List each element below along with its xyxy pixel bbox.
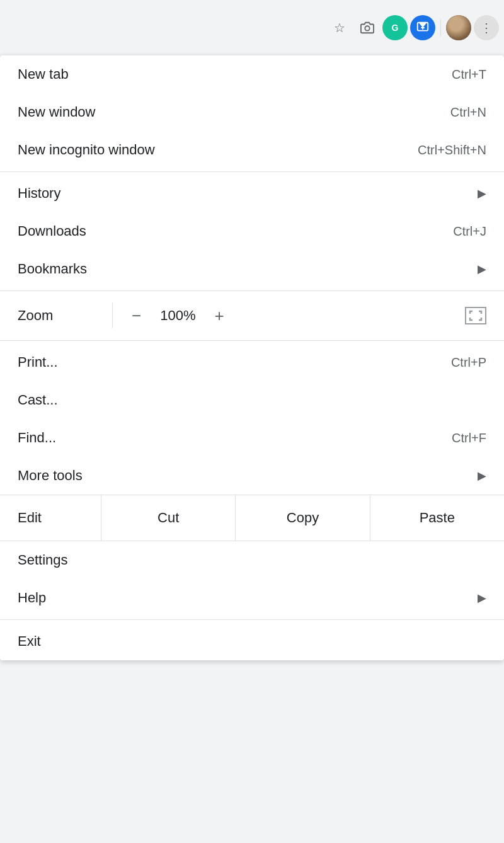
cast-item[interactable]: Cast... [0, 381, 504, 419]
new-tab-item[interactable]: New tab Ctrl+T [0, 55, 504, 93]
copy-button[interactable]: Copy [235, 495, 369, 541]
new-window-item[interactable]: New window Ctrl+N [0, 93, 504, 131]
fullscreen-icon[interactable] [465, 307, 486, 324]
downloads-label: Downloads [18, 223, 86, 239]
avatar[interactable] [446, 15, 471, 40]
browser-toolbar: ☆ G ⋮ [0, 0, 504, 55]
bookmarks-item[interactable]: Bookmarks ▶ [0, 250, 504, 288]
history-item[interactable]: History ▶ [0, 175, 504, 212]
edit-row: Edit Cut Copy Paste [0, 495, 504, 541]
more-tools-item[interactable]: More tools ▶ [0, 457, 504, 495]
exit-item[interactable]: Exit [0, 622, 504, 660]
zoom-increase-button[interactable]: + [208, 304, 230, 328]
bookmark-icon[interactable]: ☆ [327, 15, 352, 40]
new-incognito-shortcut: Ctrl+Shift+N [418, 143, 486, 158]
zoom-controls: − 100% + [125, 304, 465, 328]
history-arrow: ▶ [478, 186, 486, 200]
divider-3 [0, 340, 504, 341]
extension-icon[interactable] [410, 15, 435, 40]
new-incognito-item[interactable]: New incognito window Ctrl+Shift+N [0, 131, 504, 169]
divider-1 [0, 171, 504, 172]
edit-label: Edit [0, 501, 101, 535]
more-tools-arrow: ▶ [478, 469, 486, 483]
more-tools-label: More tools [18, 467, 83, 484]
zoom-value: 100% [160, 307, 195, 324]
cast-label: Cast... [18, 392, 58, 408]
paste-button[interactable]: Paste [370, 495, 504, 541]
exit-label: Exit [18, 633, 41, 650]
new-incognito-label: New incognito window [18, 142, 155, 158]
zoom-row: Zoom − 100% + [0, 294, 504, 338]
new-window-label: New window [18, 104, 96, 120]
new-window-shortcut: Ctrl+N [450, 105, 486, 120]
divider-4 [0, 619, 504, 620]
print-item[interactable]: Print... Ctrl+P [0, 343, 504, 381]
help-label: Help [18, 590, 46, 606]
settings-label: Settings [18, 552, 68, 568]
print-label: Print... [18, 354, 58, 370]
settings-item[interactable]: Settings [0, 541, 504, 579]
toolbar-divider [440, 19, 441, 37]
chrome-menu: New tab Ctrl+T New window Ctrl+N New inc… [0, 55, 504, 660]
svg-point-0 [365, 26, 369, 30]
grammarly-icon[interactable]: G [382, 15, 408, 40]
find-shortcut: Ctrl+F [452, 431, 486, 445]
downloads-item[interactable]: Downloads Ctrl+J [0, 212, 504, 250]
find-label: Find... [18, 430, 56, 446]
bookmarks-label: Bookmarks [18, 261, 87, 277]
camera-icon[interactable] [355, 15, 380, 40]
print-shortcut: Ctrl+P [451, 355, 486, 370]
divider-2 [0, 290, 504, 291]
zoom-decrease-button[interactable]: − [125, 304, 147, 328]
find-item[interactable]: Find... Ctrl+F [0, 419, 504, 457]
bookmarks-arrow: ▶ [478, 262, 486, 276]
history-label: History [18, 185, 60, 202]
more-menu-button[interactable]: ⋮ [474, 15, 499, 40]
new-tab-label: New tab [18, 66, 69, 83]
zoom-label: Zoom [18, 307, 100, 324]
cut-button[interactable]: Cut [101, 495, 235, 541]
help-arrow: ▶ [478, 591, 486, 605]
zoom-divider [112, 303, 113, 328]
help-item[interactable]: Help ▶ [0, 579, 504, 617]
downloads-shortcut: Ctrl+J [453, 224, 486, 239]
new-tab-shortcut: Ctrl+T [452, 67, 486, 82]
